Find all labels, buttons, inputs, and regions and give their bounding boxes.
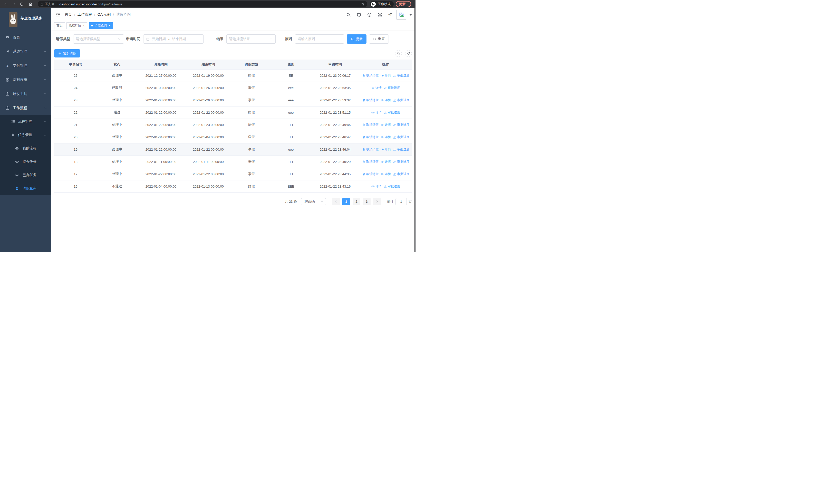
cancel-link[interactable]: 取消请假 [362,135,378,139]
create-leave-button[interactable]: 发起请假 [54,49,80,58]
home-icon[interactable] [28,2,33,6]
refresh-table-button[interactable] [405,50,412,57]
view-icon [371,86,375,90]
progress-link[interactable]: 审批进度 [384,86,400,90]
column-header: 请假类型 [232,60,271,69]
progress-link[interactable]: 审批进度 [393,172,409,176]
security-label[interactable]: 不安全 [45,2,55,6]
result-select[interactable]: 请选择流结果 [226,34,276,43]
goto-page-input[interactable] [396,198,407,205]
cancel-link[interactable]: 取消请假 [362,147,378,152]
sidebar-item-8[interactable]: 我的流程 [0,142,51,155]
sidebar-item-6[interactable]: 流程管理 [0,115,51,128]
sidebar-item-0[interactable]: 首页 [0,30,51,45]
search-button[interactable]: 搜索 [347,34,367,43]
cancel-link[interactable]: 取消请假 [362,73,378,78]
tab-首页[interactable]: 首页 [54,22,65,29]
reset-button[interactable]: 重置 [369,34,389,43]
address-bar[interactable]: 不安全 dashboard.yudao.iocoder.cn/bpm/oa/le… [38,1,367,7]
back-icon[interactable] [4,2,8,6]
cell-reason: EEE [271,119,311,131]
reason-input[interactable]: 请输入原因 [295,34,344,43]
sidebar-toggle-icon[interactable] [55,12,61,17]
close-icon[interactable]: × [83,24,85,27]
cell-type: 事假 [232,94,271,106]
sidebar-item-10[interactable]: 已办任务 [0,168,51,182]
detail-link[interactable]: 详情 [381,73,391,78]
sidebar-item-9[interactable]: 待办任务 [0,155,51,168]
breadcrumb-item[interactable]: 首页 [65,12,72,17]
edit-icon [393,136,396,139]
progress-link[interactable]: 审批进度 [384,184,400,188]
kebab-menu-icon[interactable] [406,2,409,6]
sidebar-item-5[interactable]: 工作流程 [0,101,51,115]
search-icon[interactable] [344,10,353,19]
edit-icon [393,123,396,126]
toggle-search-button[interactable] [395,50,402,57]
breadcrumb-item[interactable]: OA 示例 [97,12,111,17]
cancel-link[interactable]: 取消请假 [362,172,378,176]
apply-time-range-picker[interactable]: 开始日期 - 结束日期 [143,34,203,43]
cell-type: 病假 [232,119,271,131]
edit-icon [393,98,396,102]
detail-link[interactable]: 详情 [381,159,391,164]
cell-status: 处理中 [97,143,137,155]
cell-end: 2022-01-22 00:00:00 [185,168,232,180]
sidebar-logo[interactable]: 芋道管理系统 [0,8,51,30]
leave-type-select[interactable]: 请选择请假类型 [73,34,124,43]
font-size-icon[interactable]: TT [386,10,395,19]
user-avatar[interactable] [397,10,406,20]
fullscreen-icon[interactable] [375,10,384,19]
sidebar-item-3[interactable]: 基础设施 [0,72,51,87]
cancel-link[interactable]: 取消请假 [362,123,378,127]
browser-menu-update-button[interactable]: 更新 [396,1,411,7]
avatar-dropdown-caret-icon[interactable] [409,14,412,17]
sidebar-item-2[interactable]: ¥支付管理 [0,59,51,72]
page-button-3[interactable]: 3 [363,198,371,205]
page-size-select[interactable]: 10条/页 [301,198,326,205]
page-scrollbar[interactable] [414,8,416,252]
page-button-2[interactable]: 2 [353,198,360,205]
detail-link[interactable]: 详情 [371,110,382,115]
progress-link[interactable]: 审批进度 [384,110,400,115]
help-icon[interactable] [365,10,374,19]
github-icon[interactable] [354,10,363,19]
cancel-link[interactable]: 取消请假 [362,98,378,102]
tab-流程详情[interactable]: 流程详情× [66,22,87,29]
edit-icon [384,185,387,188]
progress-link[interactable]: 审批进度 [393,159,409,164]
breadcrumb-item[interactable]: 工作流程 [78,12,92,17]
range-separator: - [168,37,170,41]
next-page-button[interactable] [373,198,381,205]
detail-link[interactable]: 详情 [381,98,391,102]
tab-请假查询[interactable]: 请假查询× [89,22,113,29]
detail-link[interactable]: 详情 [371,184,382,188]
cell-id: 23 [54,94,97,106]
detail-link[interactable]: 详情 [381,147,391,152]
detail-link[interactable]: 详情 [381,172,391,176]
cell-end: 2022-01-04 00:00:00 [185,131,232,143]
sidebar-item-4[interactable]: 研发工具 [0,87,51,101]
sidebar-item-1[interactable]: 系统管理 [0,45,51,59]
progress-link[interactable]: 审批进度 [393,135,409,139]
progress-link[interactable]: 审批进度 [393,147,409,152]
close-icon[interactable]: × [108,24,111,27]
breadcrumb-separator: / [74,12,75,17]
progress-link[interactable]: 审批进度 [393,98,409,102]
cancel-link[interactable]: 取消请假 [362,159,378,164]
page-button-1[interactable]: 1 [342,198,350,205]
column-header: 状态 [97,60,137,69]
cell-reason: EEE [271,168,311,180]
bookmark-star-icon[interactable] [361,2,365,6]
progress-link[interactable]: 审批进度 [393,123,409,127]
breadcrumb-separator: / [94,12,95,17]
sidebar-item-7[interactable]: 任务管理 [0,128,51,142]
reload-icon[interactable] [20,2,24,6]
forward-icon[interactable] [11,2,16,6]
reason-placeholder: 请输入原因 [298,37,341,41]
sidebar-item-11[interactable]: 请假查询 [0,182,51,195]
progress-link[interactable]: 审批进度 [393,73,409,78]
detail-link[interactable]: 详情 [371,86,382,90]
detail-link[interactable]: 详情 [381,123,391,127]
detail-link[interactable]: 详情 [381,135,391,139]
